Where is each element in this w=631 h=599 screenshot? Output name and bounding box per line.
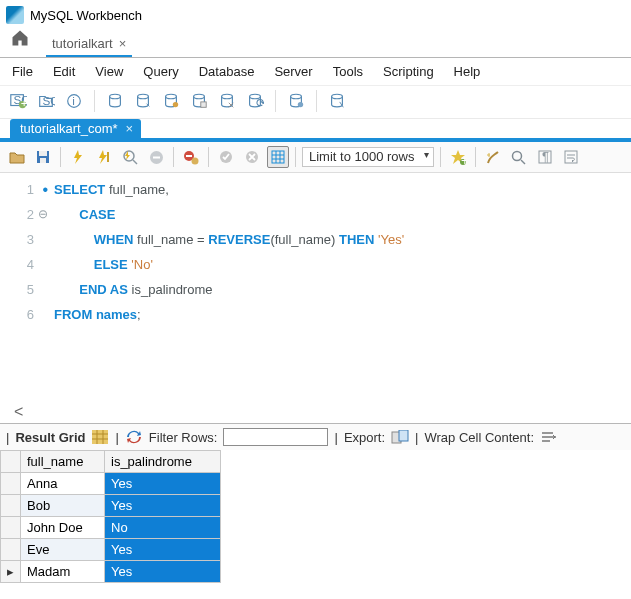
menu-database[interactable]: Database — [199, 64, 255, 79]
cell[interactable]: Yes — [105, 539, 221, 561]
separator — [275, 90, 276, 112]
connection-tab[interactable]: tutorialkart × — [46, 32, 132, 57]
menu-scripting[interactable]: Scripting — [383, 64, 434, 79]
stop-icon[interactable] — [145, 146, 167, 168]
cell[interactable]: Madam — [21, 561, 105, 583]
db-icon-2[interactable] — [133, 91, 153, 111]
refresh-icon[interactable] — [125, 429, 143, 445]
stop-error-icon[interactable] — [180, 146, 202, 168]
connection-tabs: tutorialkart × — [0, 30, 631, 58]
commit-icon[interactable] — [215, 146, 237, 168]
menu-edit[interactable]: Edit — [53, 64, 75, 79]
table-row[interactable]: ▸ Madam Yes — [1, 561, 221, 583]
find-icon[interactable] — [508, 146, 530, 168]
home-icon[interactable] — [6, 28, 34, 57]
svg-point-9 — [166, 94, 177, 99]
code-area[interactable]: SELECT full_name, CASE WHEN full_name = … — [54, 177, 404, 327]
main-toolbar: SQL+ SQL i ⟳ — [0, 86, 631, 119]
wrap-cell-icon[interactable] — [540, 429, 558, 445]
close-icon[interactable]: × — [119, 36, 127, 51]
inspector-icon[interactable]: i — [64, 91, 84, 111]
new-sql-tab-icon[interactable]: SQL+ — [8, 91, 28, 111]
grid-view-icon[interactable] — [91, 429, 109, 445]
line-number: 5 — [0, 277, 34, 302]
filter-input[interactable] — [223, 428, 328, 446]
header-row: full_name is_palindrome — [1, 451, 221, 473]
vertical-bar: | — [415, 430, 418, 445]
execute-current-icon[interactable] — [93, 146, 115, 168]
row-header-current: ▸ — [1, 561, 21, 583]
cell[interactable]: Yes — [105, 495, 221, 517]
cell[interactable]: Anna — [21, 473, 105, 495]
separator — [475, 147, 476, 167]
wrap-label: Wrap Cell Content: — [424, 430, 534, 445]
beautify-icon[interactable] — [482, 146, 504, 168]
cell[interactable]: No — [105, 517, 221, 539]
menu-view[interactable]: View — [95, 64, 123, 79]
svg-rect-36 — [565, 151, 577, 163]
svg-point-33 — [513, 151, 522, 160]
cell[interactable]: Yes — [105, 473, 221, 495]
favorite-icon[interactable]: + — [447, 146, 469, 168]
table-row[interactable]: Anna Yes — [1, 473, 221, 495]
column-header[interactable]: is_palindrome — [105, 451, 221, 473]
svg-rect-30 — [272, 151, 284, 163]
cell[interactable]: Yes — [105, 561, 221, 583]
menu-file[interactable]: File — [12, 64, 33, 79]
sql-editor[interactable]: 1 2⊖ 3 4 5 6 SELECT full_name, CASE WHEN… — [0, 173, 631, 327]
execute-icon[interactable] — [67, 146, 89, 168]
table-row[interactable]: Bob Yes — [1, 495, 221, 517]
scroll-left-marker[interactable]: < — [0, 397, 631, 423]
menu-server[interactable]: Server — [274, 64, 312, 79]
rollback-icon[interactable] — [241, 146, 263, 168]
menu-query[interactable]: Query — [143, 64, 178, 79]
vertical-bar: | — [334, 430, 337, 445]
connection-tab-label: tutorialkart — [52, 36, 113, 51]
cell[interactable]: Eve — [21, 539, 105, 561]
line-number: 1 — [0, 177, 34, 202]
db-icon-1[interactable] — [105, 91, 125, 111]
db-icon-7[interactable] — [286, 91, 306, 111]
wrap-icon[interactable] — [560, 146, 582, 168]
vertical-bar: | — [6, 430, 9, 445]
open-file-icon[interactable] — [6, 146, 28, 168]
menu-tools[interactable]: Tools — [333, 64, 363, 79]
explain-icon[interactable] — [119, 146, 141, 168]
table-row[interactable]: John Doe No — [1, 517, 221, 539]
invisible-chars-icon[interactable]: ¶ — [534, 146, 556, 168]
svg-point-7 — [110, 94, 121, 99]
svg-text:+: + — [21, 96, 27, 109]
row-header — [1, 517, 21, 539]
db-icon-8[interactable] — [327, 91, 347, 111]
svg-text:¶: ¶ — [542, 150, 549, 164]
gutter: 1 2⊖ 3 4 5 6 — [0, 177, 54, 327]
close-icon[interactable]: × — [126, 121, 134, 136]
filter-label: Filter Rows: — [149, 430, 218, 445]
sql-tab[interactable]: tutorialkart_com* × — [10, 119, 141, 138]
autocommit-icon[interactable] — [267, 146, 289, 168]
menu-help[interactable]: Help — [454, 64, 481, 79]
cell[interactable]: Bob — [21, 495, 105, 517]
table-row[interactable]: Eve Yes — [1, 539, 221, 561]
db-icon-5[interactable] — [217, 91, 237, 111]
svg-text:i: i — [72, 94, 75, 107]
db-icon-6[interactable]: ⟳ — [245, 91, 265, 111]
app-logo — [6, 6, 24, 24]
column-header[interactable]: full_name — [21, 451, 105, 473]
separator — [208, 147, 209, 167]
limit-rows-dropdown[interactable]: Limit to 1000 rows — [302, 147, 434, 167]
fold-icon[interactable]: ⊖ — [38, 202, 48, 227]
separator — [295, 147, 296, 167]
result-grid[interactable]: full_name is_palindrome Anna Yes Bob Yes… — [0, 450, 221, 583]
export-icon[interactable] — [391, 429, 409, 445]
db-icon-3[interactable] — [161, 91, 181, 111]
svg-rect-26 — [186, 155, 192, 157]
svg-text:⟳: ⟳ — [256, 96, 264, 109]
separator — [60, 147, 61, 167]
line-number: 6 — [0, 302, 34, 327]
open-sql-icon[interactable]: SQL — [36, 91, 56, 111]
cell[interactable]: John Doe — [21, 517, 105, 539]
db-icon-4[interactable] — [189, 91, 209, 111]
save-icon[interactable] — [32, 146, 54, 168]
svg-point-17 — [298, 102, 303, 107]
